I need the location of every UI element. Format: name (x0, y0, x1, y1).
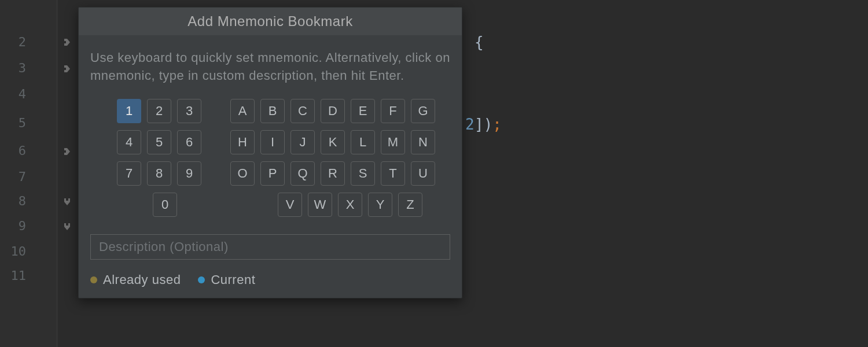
mnemonic-key-9[interactable]: 9 (177, 161, 201, 186)
gutter: 2 3 4 5 6 7 8 9 10 11 (0, 0, 58, 347)
mnemonic-key-S[interactable]: S (351, 161, 375, 186)
fold-toggle-icon[interactable] (62, 147, 72, 156)
legend-label: Current (211, 272, 255, 287)
line-number: 9 (0, 219, 26, 233)
description-input[interactable] (90, 234, 450, 260)
line-number: 4 (0, 87, 26, 101)
mnemonic-key-J[interactable]: J (290, 130, 315, 154)
mnemonic-key-Y[interactable]: Y (368, 193, 392, 217)
mnemonic-key-P[interactable]: P (260, 161, 285, 186)
mnemonic-key-R[interactable]: R (321, 161, 345, 186)
line-number: 3 (0, 61, 26, 75)
code-fragment: 2 (465, 116, 475, 133)
code-fragment: { (475, 34, 484, 51)
mnemonic-key-7[interactable]: 7 (117, 161, 141, 186)
line-number: 7 (0, 169, 26, 184)
mnemonic-key-3[interactable]: 3 (177, 99, 201, 123)
fold-toggle-icon[interactable] (62, 38, 72, 47)
mnemonic-key-D[interactable]: D (321, 99, 345, 123)
line-number: 8 (0, 194, 26, 208)
mnemonic-key-A[interactable]: A (230, 99, 255, 123)
mnemonic-bookmark-dialog: Add Mnemonic Bookmark Use keyboard to qu… (78, 7, 462, 298)
mnemonic-key-5[interactable]: 5 (147, 130, 171, 154)
mnemonic-key-T[interactable]: T (381, 161, 405, 186)
mnemonic-key-O[interactable]: O (230, 161, 255, 186)
mnemonic-key-K[interactable]: K (321, 130, 345, 154)
line-number: 11 (0, 268, 26, 283)
line-number: 5 (0, 116, 26, 130)
mnemonic-key-C[interactable]: C (290, 99, 315, 123)
mnemonic-key-8[interactable]: 8 (147, 161, 171, 186)
mnemonic-key-L[interactable]: L (351, 130, 375, 154)
mnemonic-key-F[interactable]: F (381, 99, 405, 123)
code-fragment: ]); (475, 116, 502, 133)
line-number: 6 (0, 143, 26, 158)
mnemonic-key-G[interactable]: G (411, 99, 435, 123)
mnemonic-key-Z[interactable]: Z (398, 193, 422, 217)
mnemonic-key-B[interactable]: B (260, 99, 285, 123)
mnemonic-key-N[interactable]: N (411, 130, 435, 154)
dialog-instructions: Use keyboard to quickly set mnemonic. Al… (90, 49, 450, 85)
mnemonic-key-6[interactable]: 6 (177, 130, 201, 154)
mnemonic-key-X[interactable]: X (338, 193, 362, 217)
mnemonic-key-2[interactable]: 2 (147, 99, 171, 123)
mnemonic-key-4[interactable]: 4 (117, 130, 141, 154)
line-number: 2 (0, 35, 26, 49)
fold-end-icon[interactable] (62, 222, 72, 231)
mnemonic-key-U[interactable]: U (411, 161, 435, 186)
mnemonic-key-E[interactable]: E (351, 99, 375, 123)
mnemonic-key-Q[interactable]: Q (290, 161, 315, 186)
mnemonic-key-M[interactable]: M (381, 130, 405, 154)
legend: Already used Current (90, 272, 450, 287)
fold-toggle-icon[interactable] (62, 64, 72, 73)
mnemonic-key-grid: 123ABCDEFG456HIJKLMN789OPQRSTU0VWXYZ (117, 99, 450, 217)
mnemonic-key-V[interactable]: V (278, 193, 302, 217)
legend-current: Current (198, 272, 255, 287)
mnemonic-key-1[interactable]: 1 (117, 99, 141, 123)
mnemonic-key-0[interactable]: 0 (153, 193, 177, 217)
fold-end-icon[interactable] (62, 197, 72, 206)
mnemonic-key-I[interactable]: I (260, 130, 285, 154)
legend-label: Already used (103, 272, 181, 287)
legend-already-used: Already used (90, 272, 181, 287)
dot-already-used-icon (90, 276, 97, 283)
mnemonic-key-W[interactable]: W (308, 193, 332, 217)
dot-current-icon (198, 276, 205, 283)
line-number: 10 (0, 244, 26, 259)
mnemonic-key-H[interactable]: H (230, 130, 255, 154)
dialog-title: Add Mnemonic Bookmark (79, 8, 462, 35)
